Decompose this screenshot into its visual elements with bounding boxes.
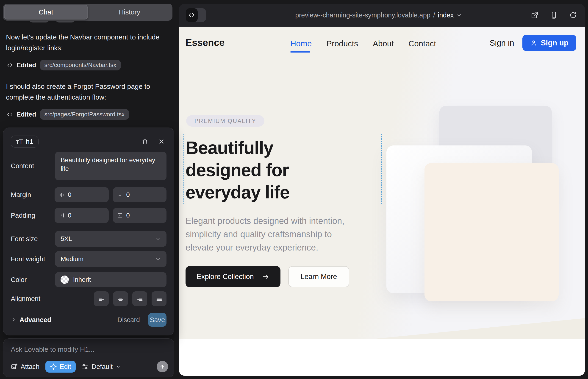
url-page: index	[438, 12, 454, 19]
arrow-right-icon	[262, 273, 269, 280]
chat-log: Now let's update the Navbar component to…	[6, 30, 169, 130]
file-chip[interactable]: src/pages/ForgotPassword.tsx	[40, 109, 129, 120]
align-left-icon	[98, 295, 105, 302]
margin-horizontal-input[interactable]: 0	[55, 187, 109, 202]
align-justify-icon	[156, 295, 163, 302]
padding-horizontal-input[interactable]: 0	[55, 208, 109, 223]
padding-vertical-icon	[117, 212, 123, 218]
margin-vertical-input[interactable]: 0	[113, 187, 167, 202]
font-size-label: Font size	[11, 235, 55, 243]
padding-vertical-input[interactable]: 0	[113, 208, 167, 223]
user-icon	[530, 39, 537, 46]
sliders-icon	[82, 363, 89, 370]
margin-label: Margin	[11, 191, 55, 199]
target-icon	[50, 363, 57, 370]
edit-mode-button[interactable]: Edit	[46, 361, 76, 373]
premium-badge: PREMIUM QUALITY	[186, 115, 264, 127]
nav-link-about[interactable]: About	[373, 39, 394, 48]
hero-section: Essence Home Products About Contact Sign…	[179, 27, 585, 339]
hero-subtext: Elegant products designed with intention…	[186, 214, 344, 254]
sign-up-button[interactable]: Sign up	[522, 35, 576, 51]
site-logo[interactable]: Essence	[186, 37, 225, 48]
nav-link-home[interactable]: Home	[290, 39, 312, 48]
code-icon	[7, 62, 13, 68]
edited-file-row: Edited src/pages/ForgotPassword.tsx	[7, 109, 169, 120]
learn-more-button[interactable]: Learn More	[288, 266, 350, 287]
preview-viewport: Essence Home Products About Contact Sign…	[179, 27, 585, 376]
tab-history[interactable]: History	[88, 5, 171, 19]
align-right-button[interactable]	[132, 291, 147, 306]
mode-select[interactable]: Default	[82, 363, 121, 371]
delete-element-button[interactable]	[140, 137, 150, 147]
refresh-button[interactable]	[568, 10, 578, 20]
chevron-down-icon	[456, 12, 462, 18]
sign-in-link[interactable]: Sign in	[490, 38, 514, 47]
chevron-down-icon	[155, 256, 161, 262]
chat-composer: Ask Lovable to modify H1... Attach Edit …	[3, 338, 174, 377]
code-preview-toggle[interactable]	[186, 8, 206, 22]
image-plus-icon	[11, 363, 18, 370]
edited-label: Edited	[16, 111, 36, 118]
color-swatch	[61, 276, 69, 284]
margin-vertical-icon	[117, 192, 123, 198]
align-justify-button[interactable]	[152, 291, 167, 306]
mobile-icon	[550, 11, 558, 19]
open-external-button[interactable]	[529, 10, 540, 20]
font-weight-label: Font weight	[11, 255, 55, 263]
element-editor-panel: h1 Content Beautifully designed for ever…	[3, 127, 174, 335]
close-editor-button[interactable]	[156, 137, 167, 147]
tag-name: h1	[26, 138, 33, 145]
close-icon	[158, 138, 165, 145]
alignment-label: Alignment	[11, 295, 55, 303]
selected-element-tag[interactable]: h1	[11, 136, 39, 147]
color-label: Color	[11, 276, 55, 284]
hero-headline[interactable]: Beautifully designed for everyday life	[186, 137, 289, 204]
app-root: ·· Chat History Now let's update the Nav…	[0, 0, 588, 379]
discard-button[interactable]: Discard	[117, 316, 140, 324]
code-icon	[188, 12, 195, 18]
explore-collection-button[interactable]: Explore Collection	[186, 266, 280, 287]
tab-chat[interactable]: Chat	[4, 5, 88, 19]
chevron-right-icon	[11, 317, 16, 323]
padding-horizontal-icon	[59, 212, 65, 218]
chat-history-tabbar: Chat History	[3, 4, 172, 21]
site-navbar: Essence Home Products About Contact Sign…	[179, 27, 585, 55]
send-button[interactable]	[157, 361, 168, 372]
url-separator: /	[433, 12, 435, 19]
save-button[interactable]: Save	[148, 313, 167, 327]
align-right-icon	[137, 295, 143, 302]
browser-panel: preview--charming-site-symphony.lovable.…	[179, 4, 585, 376]
refresh-icon	[569, 11, 577, 19]
chevron-down-icon	[116, 364, 121, 369]
align-center-button[interactable]	[113, 291, 128, 306]
nav-link-products[interactable]: Products	[326, 39, 358, 48]
arrow-up-icon	[159, 364, 165, 370]
active-nav-underline	[290, 51, 310, 52]
font-size-select[interactable]: 5XL	[55, 231, 167, 247]
mobile-view-button[interactable]	[549, 10, 559, 20]
edited-label: Edited	[16, 62, 36, 69]
align-center-icon	[117, 295, 124, 302]
advanced-toggle[interactable]: Advanced	[11, 316, 51, 324]
chevron-down-icon	[155, 236, 161, 242]
typography-icon	[16, 138, 23, 145]
padding-label: Padding	[11, 212, 55, 219]
decorative-card-cream	[424, 163, 559, 301]
url-breadcrumb[interactable]: preview--charming-site-symphony.lovable.…	[295, 12, 462, 19]
color-select[interactable]: Inherit	[55, 272, 167, 287]
align-left-button[interactable]	[94, 291, 109, 306]
trash-icon	[141, 138, 148, 145]
assistant-message: I should also create a Forgot Password p…	[6, 81, 169, 103]
edited-file-row: Edited src/components/Navbar.tsx	[7, 60, 169, 70]
attach-button[interactable]: Attach	[11, 363, 39, 371]
nav-link-contact[interactable]: Contact	[408, 39, 436, 48]
composer-input[interactable]: Ask Lovable to modify H1...	[11, 346, 168, 353]
content-label: Content	[11, 162, 55, 170]
content-input[interactable]: Beautifully designed for everyday life	[55, 152, 167, 180]
file-chip[interactable]: src/components/Navbar.tsx	[40, 60, 121, 70]
external-link-icon	[531, 11, 539, 19]
code-icon	[7, 111, 13, 117]
browser-toolbar: preview--charming-site-symphony.lovable.…	[179, 4, 585, 27]
margin-horizontal-icon	[59, 192, 65, 198]
font-weight-select[interactable]: Medium	[55, 251, 167, 267]
